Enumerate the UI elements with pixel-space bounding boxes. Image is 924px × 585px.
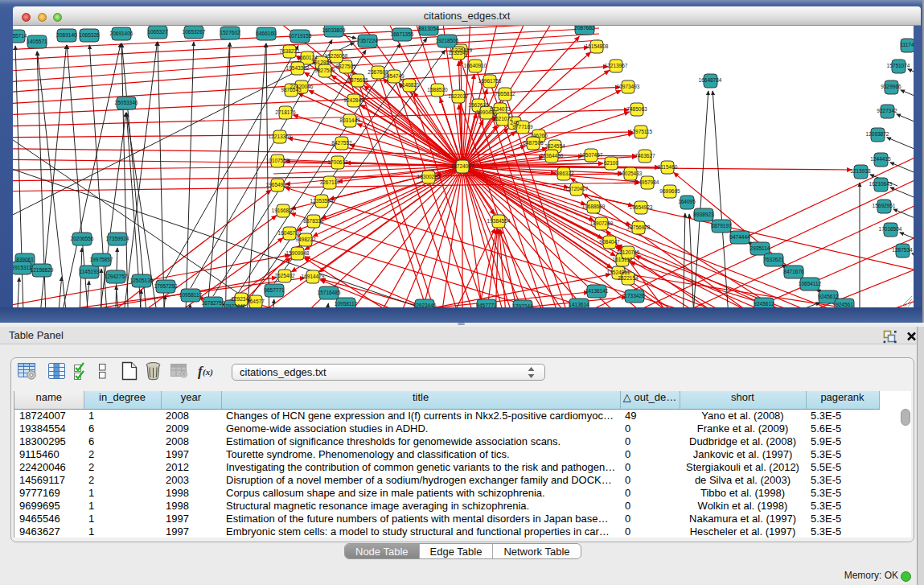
svg-text:14136141: 14136141 xyxy=(585,288,609,294)
svg-text:9457771: 9457771 xyxy=(476,303,497,307)
svg-text:1700612: 1700612 xyxy=(327,159,348,165)
svg-text:9327505: 9327505 xyxy=(335,64,356,69)
svg-text:10958117: 10958117 xyxy=(179,292,203,298)
svg-text:10973493: 10973493 xyxy=(617,84,640,89)
svg-text:16671355: 16671355 xyxy=(391,31,414,37)
svg-text:1405571: 1405571 xyxy=(27,39,47,44)
svg-text:6734073: 6734073 xyxy=(490,106,511,112)
svg-text:10719155: 10719155 xyxy=(289,33,312,39)
svg-text:12505135: 12505135 xyxy=(130,278,154,283)
svg-text:1822037: 1822037 xyxy=(448,93,469,99)
svg-text:8031443: 8031443 xyxy=(339,117,360,123)
svg-text:14055714: 14055714 xyxy=(13,33,27,39)
svg-text:3915311: 3915311 xyxy=(13,265,32,270)
svg-text:15720407: 15720407 xyxy=(565,186,589,192)
svg-text:16210643: 16210643 xyxy=(869,181,893,187)
svg-text:17359924: 17359924 xyxy=(106,236,129,241)
svg-text:9777169: 9777169 xyxy=(512,124,533,130)
svg-text:16154808: 16154808 xyxy=(585,43,609,49)
svg-text:839061: 839061 xyxy=(16,257,34,262)
svg-text:8878332: 8878332 xyxy=(303,218,324,224)
svg-text:14957984: 14957984 xyxy=(636,179,659,185)
svg-text:18724007: 18724007 xyxy=(451,163,474,169)
svg-text:19756928: 19756928 xyxy=(627,225,651,230)
svg-text:746266: 746266 xyxy=(530,133,548,138)
svg-text:15909948: 15909948 xyxy=(286,250,310,256)
svg-text:8875685: 8875685 xyxy=(347,77,368,83)
svg-text:924561: 924561 xyxy=(836,302,853,307)
svg-text:9146821: 9146821 xyxy=(399,82,420,88)
svg-text:16648784: 16648784 xyxy=(699,77,722,83)
svg-text:16046788: 16046788 xyxy=(278,230,302,236)
svg-text:16640910: 16640910 xyxy=(464,63,487,68)
svg-text:19384554: 19384554 xyxy=(487,218,511,224)
svg-text:1588520: 1588520 xyxy=(427,87,448,93)
svg-text:16914479: 16914479 xyxy=(302,274,325,279)
svg-text:9115460: 9115460 xyxy=(658,164,678,170)
svg-text:12213967: 12213967 xyxy=(605,63,628,68)
svg-text:10653267: 10653267 xyxy=(183,29,206,35)
svg-text:1527602: 1527602 xyxy=(220,30,240,35)
svg-text:7632621: 7632621 xyxy=(763,257,784,262)
svg-text:8660124: 8660124 xyxy=(297,55,318,60)
svg-text:19654933: 19654933 xyxy=(266,182,290,187)
svg-text:18907269: 18907269 xyxy=(590,220,614,226)
svg-text:6466160: 6466160 xyxy=(256,31,277,36)
svg-text:1413614: 1413614 xyxy=(569,302,589,307)
svg-text:964577: 964577 xyxy=(247,299,265,304)
svg-text:9227342: 9227342 xyxy=(877,108,897,113)
svg-text:6879197: 6879197 xyxy=(711,223,732,229)
svg-text:16961758: 16961758 xyxy=(478,78,502,84)
svg-text:7357224: 7357224 xyxy=(357,38,378,43)
svg-text:17957253: 17957253 xyxy=(154,283,178,289)
svg-text:2522154: 2522154 xyxy=(618,275,639,281)
svg-text:2718176: 2718176 xyxy=(275,109,296,115)
svg-text:1562615: 1562615 xyxy=(468,102,489,108)
svg-text:3215938: 3215938 xyxy=(850,168,871,174)
svg-text:16033809: 16033809 xyxy=(322,27,346,33)
svg-text:9657771: 9657771 xyxy=(264,287,285,293)
svg-text:17016504: 17016504 xyxy=(879,226,902,232)
svg-text:18300295: 18300295 xyxy=(417,174,441,179)
svg-text:1132541: 1132541 xyxy=(449,50,469,56)
svg-text:10507457: 10507457 xyxy=(580,152,603,158)
svg-text:3824554: 3824554 xyxy=(544,143,565,149)
svg-text:9699695: 9699695 xyxy=(659,188,680,194)
svg-text:15716485: 15716485 xyxy=(318,290,341,295)
svg-text:7955812: 7955812 xyxy=(495,91,515,97)
svg-text:9876543: 9876543 xyxy=(281,87,302,93)
svg-text:12353594: 12353594 xyxy=(310,198,334,204)
svg-text:9827509: 9827509 xyxy=(314,68,335,73)
svg-text:9245612: 9245612 xyxy=(818,294,839,299)
svg-text:1287534: 1287534 xyxy=(892,247,913,253)
svg-text:1065327: 1065327 xyxy=(147,29,168,35)
svg-text:9242848: 9242848 xyxy=(343,97,364,103)
svg-text:10543302: 10543302 xyxy=(286,65,310,71)
svg-text:20691406: 20691406 xyxy=(110,31,133,36)
svg-text:10025433: 10025433 xyxy=(619,171,643,176)
svg-text:19654923: 19654923 xyxy=(630,204,653,210)
svg-text:164095: 164095 xyxy=(678,199,696,204)
svg-text:12213363: 12213363 xyxy=(269,134,292,139)
svg-text:16120746: 16120746 xyxy=(617,249,640,255)
svg-text:12923446: 12923446 xyxy=(413,303,437,307)
svg-text:20206556: 20206556 xyxy=(71,236,94,241)
svg-text:11174: 11174 xyxy=(900,42,914,47)
svg-text:19166827: 19166827 xyxy=(272,208,295,213)
svg-text:8938923: 8938923 xyxy=(693,212,714,217)
svg-text:8471676: 8471676 xyxy=(783,269,804,274)
svg-text:10107553: 10107553 xyxy=(266,158,290,163)
svg-text:19975857: 19975857 xyxy=(90,257,113,262)
svg-text:7463627: 7463627 xyxy=(634,153,655,159)
svg-text:10654112: 10654112 xyxy=(799,281,822,286)
svg-text:12942757: 12942757 xyxy=(105,274,128,279)
svg-text:2069140: 2069140 xyxy=(56,32,77,38)
svg-text:6487508: 6487508 xyxy=(523,140,544,146)
svg-text:13226058: 13226058 xyxy=(325,53,348,59)
svg-text:25053346: 25053346 xyxy=(115,100,138,105)
svg-text:1615112: 1615112 xyxy=(613,257,633,262)
svg-text:15692951: 15692951 xyxy=(873,203,896,208)
svg-text:9498222: 9498222 xyxy=(295,237,316,242)
svg-text:9474444: 9474444 xyxy=(729,234,750,240)
svg-text:9245612: 9245612 xyxy=(754,301,774,307)
